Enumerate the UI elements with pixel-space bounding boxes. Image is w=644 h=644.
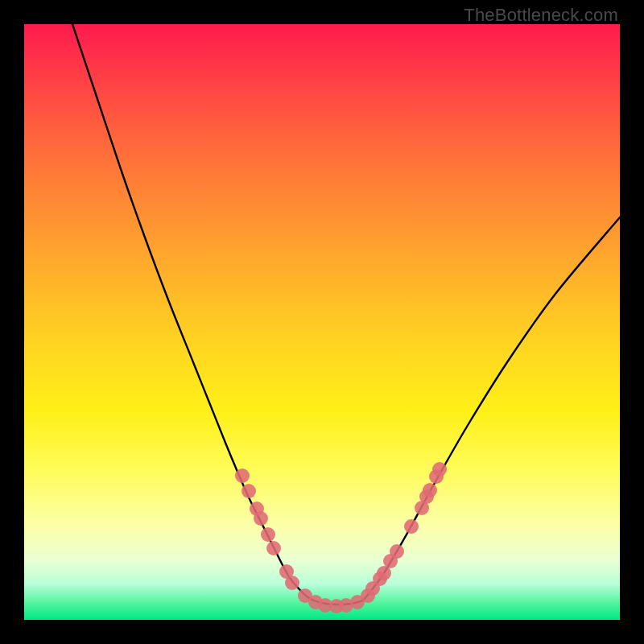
curve-marker — [242, 484, 256, 498]
curve-marker — [266, 541, 281, 555]
bottleneck-curve — [72, 24, 620, 605]
chart-svg — [24, 24, 620, 620]
curve-marker — [390, 544, 404, 559]
watermark-text: TheBottleneck.com — [464, 5, 618, 26]
plot-area — [24, 24, 620, 620]
curve-marker — [285, 576, 299, 590]
curve-marker — [254, 511, 268, 526]
curve-marker — [261, 527, 275, 542]
curve-marker — [432, 462, 447, 477]
curve-marker — [235, 469, 250, 483]
chart-frame: TheBottleneck.com — [0, 0, 644, 644]
curve-marker — [404, 519, 419, 534]
curve-markers — [235, 462, 447, 613]
curve-marker — [423, 483, 437, 497]
